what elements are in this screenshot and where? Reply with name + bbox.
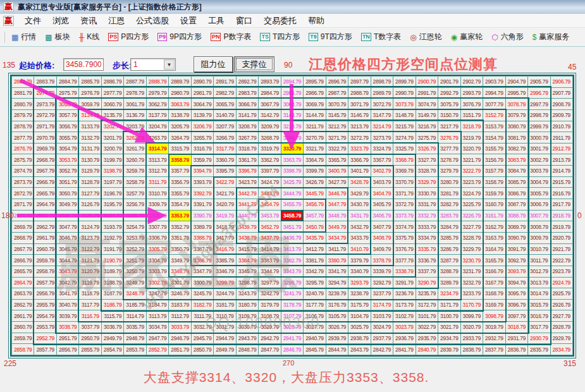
grid-cell: 3084.79 [506, 166, 527, 176]
grid-cell: 2934.79 [438, 333, 460, 344]
grid-cell: 3234.79 [438, 288, 460, 299]
grid-cell: 2872.79 [12, 188, 34, 199]
grid-cell: 3037.79 [79, 322, 101, 333]
menu-file[interactable]: 文件 [19, 14, 47, 28]
grid-cell: 2879.79 [12, 110, 34, 121]
toolbar-gann-wheel-button[interactable]: ◎江恩轮 [405, 30, 446, 44]
grid-cell: 2946.79 [169, 333, 190, 344]
grid-cell: 3039.79 [57, 310, 78, 321]
support-button-label: 支撑位 [235, 57, 274, 71]
grid-cell: 3232.79 [461, 278, 483, 288]
grid-cell: 3076.79 [461, 99, 483, 109]
grid-cell: 2839.79 [438, 344, 460, 355]
start-price-input[interactable] [63, 58, 104, 71]
step-select-value: 1 [131, 60, 138, 69]
grid-cell: 3385.79 [214, 255, 235, 266]
menu-news[interactable]: 资讯 [75, 14, 102, 28]
grid-cell: 2841.79 [393, 344, 415, 355]
toolbar-winner-wheel-button[interactable]: ◉赢家轮 [446, 30, 487, 44]
grid-cell: 3368.79 [393, 154, 415, 165]
grid-cell: 3190.79 [102, 255, 123, 266]
grid-cell: 3130.79 [79, 154, 101, 165]
menu-tools[interactable]: 工具 [202, 14, 230, 28]
grid-cell: 2925.79 [551, 288, 572, 299]
resistance-button[interactable]: 阻力位 [194, 56, 233, 72]
grid-cell: 2928.79 [551, 322, 572, 333]
grid-cell: 3019.79 [483, 322, 505, 333]
toolbar-t-square-button[interactable]: TST四方形 [256, 30, 304, 44]
grid-cell: 3435.79 [304, 233, 325, 243]
menu-window[interactable]: 窗口 [230, 14, 258, 28]
toolbar-kline-button[interactable]: ╫K线 [75, 30, 104, 44]
grid-cell: 3062.79 [147, 99, 168, 109]
toolbar-p-square-button[interactable]: PSP四方形 [104, 30, 153, 44]
toolbar-9t-square-button[interactable]: T99T四方形 [304, 30, 357, 44]
toolbar-p-table-button[interactable]: PNP数字表 [206, 30, 256, 44]
window-title: 赢家江恩专业版[赢家服务平台] - [上证指数价格正方形] [18, 2, 202, 13]
grid-cell: 3450.79 [304, 221, 325, 232]
menu-trade-entrust[interactable]: 交易委托 [258, 14, 302, 28]
grid-cell: 3129.79 [79, 166, 101, 176]
grid-cell: 3404.79 [371, 188, 393, 199]
grid-cell: 3428.79 [348, 177, 370, 188]
grid-cell: 3127.79 [79, 188, 101, 199]
grid-cell: 2893.79 [259, 77, 280, 87]
grid-cell: 3237.79 [371, 288, 393, 299]
menu-help[interactable]: 帮助 [302, 14, 330, 28]
grid-cell: 3307.79 [147, 221, 168, 232]
grid-cell: 3304.79 [147, 255, 168, 266]
grid-cell: 3320.79 [281, 144, 303, 154]
grid-cell: 2884.79 [57, 77, 78, 87]
grid-cell: 3192.79 [102, 233, 123, 243]
grid-cell: 3328.79 [416, 166, 438, 176]
grid-cell: 3395.79 [214, 166, 235, 176]
step-select[interactable]: 1 ▼ [130, 58, 176, 71]
grid-cell: 2882.79 [12, 77, 34, 87]
support-button[interactable]: 支撑位 [234, 56, 274, 72]
grid-cell: 3244.79 [214, 288, 235, 299]
grid-cell: 2914.79 [551, 166, 572, 176]
grid-cell: 3339.79 [371, 266, 393, 277]
grid-cell: 3412.79 [304, 244, 325, 255]
grid-cell: 3112.79 [169, 310, 190, 321]
grid-cell: 3228.79 [461, 233, 483, 243]
grid-cell: 3443.79 [259, 188, 280, 199]
grid-cell: 2987.79 [326, 88, 348, 99]
toolbar-label: 9P四方形 [169, 32, 202, 42]
grid-cell: 3381.79 [304, 255, 325, 266]
grid-cell: 3431.79 [348, 211, 370, 221]
menu-browse[interactable]: 浏览 [47, 14, 75, 28]
grid-cell: 3377.79 [393, 255, 415, 266]
grid-cell: 3407.79 [371, 221, 393, 232]
angle-label-0: 0 [577, 211, 582, 220]
toolbar-t-table-button[interactable]: TNT数字表 [357, 30, 405, 44]
grid-cell: 3281.79 [438, 188, 460, 199]
grid-cell: 3344.79 [259, 266, 280, 277]
grid-cell: 2933.79 [461, 333, 483, 344]
grid-cell: 3207.79 [214, 121, 235, 132]
grid-cell: 2847.79 [259, 344, 280, 355]
grid-cell: 3154.79 [483, 132, 505, 143]
toolbar-sectors-button[interactable]: ▩板块 [40, 30, 74, 44]
menu-settings[interactable]: 设置 [175, 14, 202, 28]
grid-cell: 3013.79 [528, 278, 550, 288]
grid-cell: 3280.79 [438, 177, 460, 188]
grid-cell: 3082.79 [506, 144, 527, 154]
grid-cell: 3014.79 [528, 288, 550, 299]
menu-gann[interactable]: 江恩 [102, 14, 130, 28]
grid-cell: 2892.79 [237, 77, 258, 87]
grid-cell: 3259.79 [124, 166, 145, 176]
toolbar-quotes-button[interactable]: ▦行情 [7, 30, 40, 44]
toolbar-service-button[interactable]: $赢家服务 [528, 30, 574, 44]
grid-cell: 3118.79 [79, 288, 101, 299]
toolbar-hexagon-button[interactable]: ⬡六角形 [487, 30, 527, 44]
grid-cell: 3264.79 [169, 132, 190, 143]
chevron-down-icon[interactable]: ▼ [164, 59, 175, 70]
grid-cell: 3241.79 [281, 288, 303, 299]
grid-cell: 3180.79 [237, 300, 258, 310]
grid-cell: 3143.79 [281, 110, 303, 121]
grid-cell: 3257.79 [124, 188, 145, 199]
toolbar-9p-square-button[interactable]: P99P四方形 [153, 30, 206, 44]
menu-formula-stock-pick[interactable]: 公式选股 [130, 14, 175, 28]
grid-cell: 3357.79 [169, 166, 190, 176]
